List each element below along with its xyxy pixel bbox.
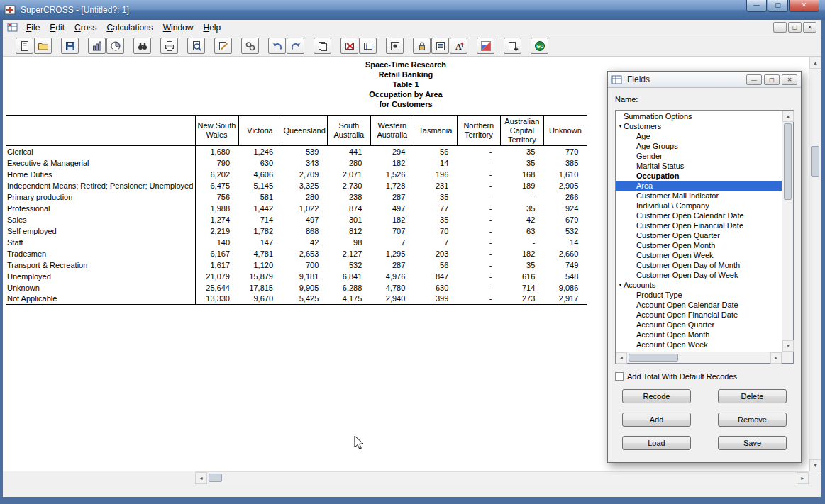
- delete-table-button[interactable]: [340, 38, 358, 54]
- menu-help[interactable]: Help: [198, 21, 226, 35]
- fields-list-item[interactable]: Marital Status: [616, 161, 782, 171]
- table-row: Home Duties6,2024,6062,7092,0711,526196-…: [6, 169, 587, 180]
- remove-button[interactable]: Remove: [718, 413, 787, 427]
- mdi-close-button[interactable]: ✕: [803, 22, 816, 33]
- add-button[interactable]: Add: [622, 413, 691, 427]
- fields-list-item[interactable]: Individual \ Company: [616, 201, 782, 211]
- close-button[interactable]: ✕: [789, 0, 819, 12]
- fields-list-icon: [435, 40, 446, 52]
- add-total-checkbox[interactable]: [615, 372, 624, 381]
- delete-button[interactable]: Delete: [718, 389, 787, 403]
- chart-button[interactable]: [477, 38, 494, 54]
- scroll-up-button[interactable]: ▲: [809, 57, 821, 69]
- fields-list-button[interactable]: [431, 38, 449, 54]
- horizontal-scrollbar[interactable]: ◄ ►: [195, 471, 809, 483]
- fields-list-item[interactable]: Account Open Week: [616, 340, 782, 349]
- dialog-maximize-button[interactable]: ▢: [764, 74, 780, 85]
- fields-list-scroll-left-button[interactable]: ◄: [616, 352, 627, 364]
- save-button[interactable]: [61, 38, 79, 54]
- fields-list-hscroll-thumb[interactable]: [629, 354, 678, 362]
- lock-button[interactable]: [413, 38, 431, 54]
- save-button[interactable]: Save: [718, 436, 787, 450]
- fields-list-item[interactable]: Account Open Quarter: [616, 320, 782, 330]
- horizontal-scrollbar-thumb[interactable]: [209, 474, 222, 482]
- mdi-restore-button[interactable]: ▢: [788, 22, 802, 33]
- fields-list-item[interactable]: Customer Open Quarter: [616, 230, 782, 240]
- fields-list-scroll-up-button[interactable]: ▲: [782, 111, 794, 122]
- load-button[interactable]: Load: [622, 436, 691, 450]
- open-folder-button[interactable]: [34, 38, 52, 54]
- fields-list-item[interactable]: Customer Open Day of Month: [616, 260, 782, 270]
- data-cell: 35: [500, 146, 543, 157]
- menu-window[interactable]: Window: [158, 21, 199, 35]
- menu-calculations[interactable]: Calculations: [101, 21, 157, 35]
- fields-list-item[interactable]: Age: [616, 131, 782, 141]
- fields-list-item[interactable]: Customer Open Day of Week: [616, 270, 782, 280]
- fields-list-item[interactable]: Product Type: [616, 290, 782, 300]
- fields-list-vertical-scrollbar[interactable]: ▲ ▼: [782, 111, 793, 352]
- copy-button[interactable]: [314, 38, 331, 54]
- record-target-button[interactable]: [386, 38, 404, 54]
- redo-button[interactable]: [287, 38, 304, 54]
- gears-button[interactable]: [241, 38, 259, 54]
- fields-list-item[interactable]: Age Groups: [616, 141, 782, 151]
- mdi-minimize-button[interactable]: —: [773, 22, 787, 33]
- recode-button[interactable]: Recode: [622, 389, 691, 403]
- fields-list-item[interactable]: ▼Accounts: [616, 280, 782, 290]
- fields-dialog-titlebar[interactable]: Fields — ▢ ✕: [608, 72, 801, 88]
- fields-list-item[interactable]: Account Open Month: [616, 330, 782, 340]
- dialog-minimize-button[interactable]: —: [746, 74, 762, 85]
- fields-list-item[interactable]: Customer Open Month: [616, 240, 782, 250]
- data-cell: 2,940: [370, 293, 414, 305]
- fields-list-item[interactable]: Customer Open Financial Date: [616, 220, 782, 230]
- column-header: Tasmania: [414, 116, 457, 146]
- edit-notes-button[interactable]: [214, 38, 232, 54]
- fields-list-scroll-down-button[interactable]: ▼: [782, 340, 794, 352]
- scroll-left-button[interactable]: ◄: [195, 472, 207, 484]
- data-cell: 168: [500, 169, 543, 180]
- fields-list-item-label: Account Open Month: [636, 330, 709, 340]
- fields-list-item[interactable]: Customer Open Calendar Date: [616, 211, 782, 220]
- data-cell: 238: [327, 191, 370, 203]
- select-table-button[interactable]: [359, 38, 377, 54]
- data-cell: 231: [414, 180, 457, 191]
- fields-list-item[interactable]: Gender: [616, 151, 782, 161]
- fields-list-item[interactable]: Area: [616, 181, 782, 191]
- bar-chart-button[interactable]: [88, 38, 106, 54]
- minimize-button[interactable]: —: [746, 0, 767, 12]
- scroll-right-button[interactable]: ►: [797, 472, 809, 484]
- menu-edit[interactable]: Edit: [45, 21, 70, 35]
- fields-list-vscroll-thumb[interactable]: [784, 123, 792, 200]
- font-button[interactable]: A: [450, 38, 467, 54]
- fields-list-item[interactable]: Customer Mail Indicator: [616, 191, 782, 201]
- new-document-button[interactable]: [16, 38, 33, 54]
- fields-list-horizontal-scrollbar[interactable]: ◄ ►: [616, 352, 782, 363]
- data-cell: 2,709: [282, 169, 327, 180]
- insert-object-button[interactable]: [504, 38, 521, 54]
- fields-list-item[interactable]: Customer Open Week: [616, 250, 782, 260]
- vertical-scrollbar[interactable]: ▲ ▼: [809, 57, 821, 471]
- dialog-close-button[interactable]: ✕: [782, 74, 797, 85]
- go-button[interactable]: GO: [531, 38, 548, 54]
- data-cell: 21,079: [195, 271, 238, 282]
- fields-list-item[interactable]: Account Open Financial Date: [616, 310, 782, 320]
- add-total-row: Add Total With Default Recodes: [615, 372, 737, 381]
- undo-button[interactable]: [268, 38, 286, 54]
- toolbar-group: [88, 38, 124, 54]
- maximize-button[interactable]: ▢: [768, 0, 788, 12]
- print-preview-button[interactable]: [187, 38, 205, 54]
- pie-chart-button[interactable]: [106, 38, 124, 54]
- vertical-scrollbar-thumb[interactable]: [811, 146, 819, 177]
- menu-cross[interactable]: Cross: [70, 21, 101, 35]
- find-button[interactable]: [133, 38, 151, 54]
- print-button[interactable]: [160, 38, 178, 54]
- scroll-down-button[interactable]: ▼: [809, 459, 821, 471]
- chart-icon: [480, 40, 492, 52]
- data-cell: 1,022: [282, 203, 327, 214]
- fields-list-item[interactable]: Account Open Calendar Date: [616, 300, 782, 310]
- menu-file[interactable]: File: [21, 21, 45, 35]
- fields-list-item[interactable]: ▼Customers: [616, 121, 782, 131]
- fields-list-item[interactable]: Occupation: [616, 171, 782, 181]
- fields-list-scroll-right-button[interactable]: ►: [770, 352, 782, 364]
- fields-list-item[interactable]: Summation Options: [616, 111, 782, 121]
